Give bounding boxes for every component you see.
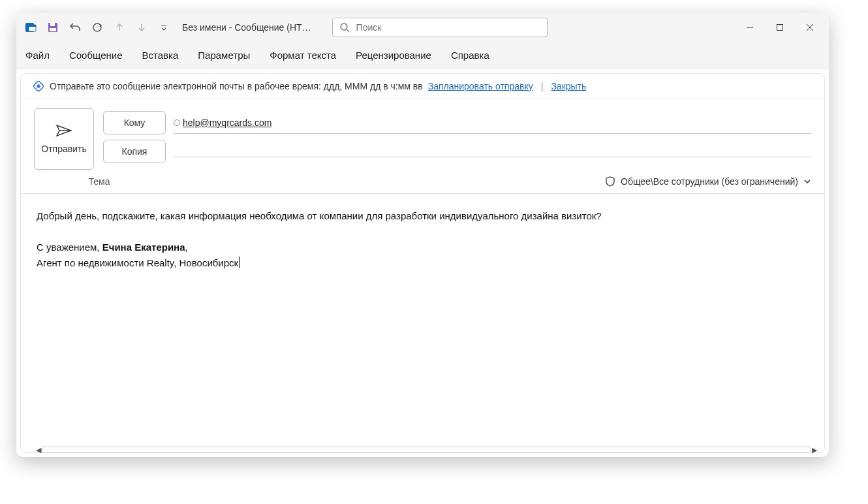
- schedule-send-link[interactable]: Запланировать отправку: [428, 81, 533, 91]
- recipient-fields: Кому help@myqrcards.com Копия: [103, 108, 811, 170]
- to-button[interactable]: Кому: [103, 111, 166, 134]
- svg-rect-4: [50, 23, 55, 26]
- tab-options[interactable]: Параметры: [196, 46, 251, 65]
- svg-rect-8: [777, 25, 783, 31]
- subject-label: Тема: [34, 176, 164, 187]
- subject-row: Тема Общее\Все сотрудники (без ограничен…: [21, 170, 824, 187]
- qat-dropdown-icon[interactable]: [153, 17, 174, 38]
- svg-point-10: [37, 85, 40, 87]
- presence-icon: [174, 119, 180, 126]
- tab-format[interactable]: Формат текста: [268, 46, 337, 65]
- search-icon: [339, 22, 350, 33]
- window-title: Без имени - Сообщение (HT…: [182, 22, 311, 33]
- viva-insights-icon: [33, 80, 44, 92]
- undo-icon[interactable]: [65, 17, 85, 38]
- infobar-close-link[interactable]: Закрыть: [551, 81, 586, 91]
- send-icon: [55, 124, 72, 137]
- window-controls: [735, 14, 825, 40]
- to-input[interactable]: help@myqrcards.com: [174, 112, 811, 134]
- save-icon[interactable]: [42, 17, 63, 38]
- to-row: Кому help@myqrcards.com: [103, 108, 811, 137]
- scroll-right-icon[interactable]: ▶: [812, 446, 817, 454]
- horizontal-scrollbar[interactable]: ◀ ▶: [36, 445, 817, 454]
- ribbon-tabs: Файл Сообщение Вставка Параметры Формат …: [16, 42, 829, 69]
- send-label: Отправить: [41, 144, 86, 154]
- tab-help[interactable]: Справка: [450, 46, 491, 65]
- nav-up-icon[interactable]: [109, 17, 130, 38]
- shield-icon: [605, 176, 615, 187]
- nav-down-icon[interactable]: [131, 17, 152, 38]
- text-cursor: [239, 257, 240, 268]
- signature-name: Ечина Екатерина: [102, 242, 185, 253]
- compose-header: Отправить Кому help@myqrcards.com Копия: [21, 99, 824, 170]
- app-icon: [20, 17, 41, 38]
- tab-message[interactable]: Сообщение: [68, 46, 124, 65]
- signature-line-2: Агент по недвижимости Realty, Новосибирс…: [37, 255, 809, 271]
- tab-file[interactable]: Файл: [24, 46, 51, 65]
- close-button[interactable]: [795, 14, 825, 40]
- cc-row: Копия: [103, 137, 811, 166]
- compose-window: Без имени - Сообщение (HT… Файл Сообщени: [16, 13, 829, 457]
- tab-review[interactable]: Рецензирование: [354, 46, 433, 65]
- body-line-1: Добрый день, подскажите, какая информаци…: [37, 208, 809, 224]
- content-area: Отправьте это сообщение электронной почт…: [20, 73, 825, 453]
- infobar-text: Отправьте это сообщение электронной почт…: [50, 81, 423, 91]
- titlebar: Без имени - Сообщение (HT…: [16, 13, 829, 42]
- signature-line-1: С уважением, Ечина Екатерина,: [37, 240, 809, 255]
- cc-input[interactable]: [174, 146, 811, 157]
- to-recipient-chip[interactable]: help@myqrcards.com: [174, 118, 271, 128]
- svg-point-7: [341, 24, 347, 30]
- svg-rect-5: [50, 28, 56, 31]
- to-recipient-text: help@myqrcards.com: [183, 118, 271, 128]
- search-input[interactable]: [356, 22, 540, 33]
- minimize-button[interactable]: [735, 14, 765, 40]
- message-body[interactable]: Добрый день, подскажите, какая информаци…: [21, 193, 824, 452]
- scroll-track[interactable]: [42, 447, 811, 453]
- svg-rect-2: [29, 25, 36, 27]
- cc-button[interactable]: Копия: [103, 140, 166, 163]
- maximize-button[interactable]: [765, 14, 795, 40]
- tab-insert[interactable]: Вставка: [141, 46, 180, 65]
- redo-icon[interactable]: [87, 17, 108, 38]
- search-box[interactable]: [332, 18, 548, 37]
- schedule-infobar: Отправьте это сообщение электронной почт…: [21, 74, 824, 99]
- send-button[interactable]: Отправить: [34, 108, 94, 170]
- sensitivity-label: Общее\Все сотрудники (без ограничений): [621, 176, 798, 187]
- chevron-down-icon: [803, 178, 811, 185]
- infobar-separator: |: [541, 81, 544, 91]
- sensitivity-picker[interactable]: Общее\Все сотрудники (без ограничений): [605, 176, 811, 187]
- scroll-left-icon[interactable]: ◀: [36, 446, 41, 454]
